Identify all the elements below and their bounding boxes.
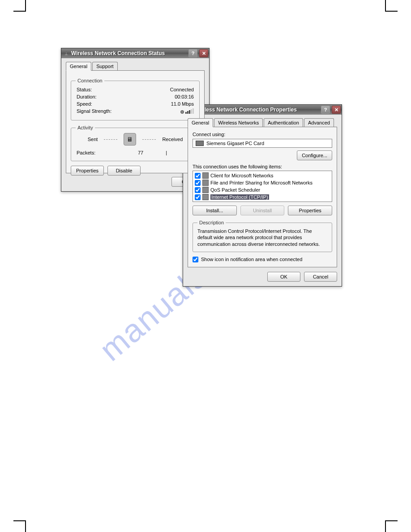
service-icon xyxy=(202,180,209,186)
list-item[interactable]: Client for Microsoft Networks xyxy=(195,172,330,179)
item-name: Internet Protocol (TCP/IP) xyxy=(210,194,269,200)
props-title: Wireless Network Connection Properties xyxy=(193,107,319,113)
speed-label: Speed: xyxy=(77,101,92,107)
crop-mark xyxy=(385,520,398,521)
list-item[interactable]: Internet Protocol (TCP/IP) xyxy=(195,193,330,201)
install-button[interactable]: Install... xyxy=(193,206,237,215)
list-item[interactable]: QoS Packet Scheduler xyxy=(195,186,330,193)
speed-value: 11.0 Mbps xyxy=(171,101,194,107)
status-value: Connected xyxy=(170,87,194,92)
service-icon xyxy=(202,187,209,193)
connection-legend: Connection xyxy=(76,78,104,83)
description-legend: Description xyxy=(197,220,226,225)
description-text: Transmission Control Protocol/Internet P… xyxy=(197,228,327,247)
activity-line xyxy=(104,139,117,140)
show-icon-label: Show icon in notification area when conn… xyxy=(201,257,302,262)
properties-window: ⊥ Wireless Network Connection Properties… xyxy=(183,104,342,287)
wireless-icon: ⟂ xyxy=(63,50,69,56)
item-name: File and Printer Sharing for Microsoft N… xyxy=(210,180,313,185)
help-button[interactable]: ? xyxy=(188,49,197,57)
item-checkbox[interactable] xyxy=(195,180,201,186)
ok-button[interactable]: OK xyxy=(267,272,300,282)
crop-mark xyxy=(25,0,26,12)
list-item[interactable]: File and Printer Sharing for Microsoft N… xyxy=(195,179,330,186)
status-titlebar[interactable]: ⟂ Wireless Network Connection Status ? ✕ xyxy=(61,48,209,58)
duration-value: 00:03:16 xyxy=(175,94,194,99)
duration-label: Duration: xyxy=(77,94,97,99)
crop-mark xyxy=(385,0,386,12)
crop-mark xyxy=(385,11,398,12)
item-checkbox[interactable] xyxy=(195,187,201,193)
item-name: Client for Microsoft Networks xyxy=(210,173,274,178)
activity-line xyxy=(142,139,156,140)
tab-advanced[interactable]: Advanced xyxy=(304,118,334,127)
crop-mark xyxy=(13,520,26,521)
crop-mark xyxy=(385,520,386,532)
status-title: Wireless Network Connection Status xyxy=(71,50,187,56)
crop-mark xyxy=(13,11,26,12)
description-group: Description Transmission Control Protoco… xyxy=(193,220,332,252)
close-button[interactable]: ✕ xyxy=(199,49,208,57)
uninstall-button: Uninstall xyxy=(240,206,285,215)
activity-group: Activity Sent 🖥 Received Packets: 77 | xyxy=(71,125,200,161)
item-checkbox[interactable] xyxy=(195,173,201,179)
signal-strength-icon xyxy=(180,108,194,115)
status-tabstrip: General Support xyxy=(66,62,205,71)
tab-general[interactable]: General xyxy=(188,118,213,127)
show-icon-checkbox[interactable] xyxy=(193,257,198,262)
tab-support[interactable]: Support xyxy=(92,62,118,70)
tab-general[interactable]: General xyxy=(66,62,91,71)
packets-label: Packets: xyxy=(77,150,95,155)
status-label: Status: xyxy=(77,87,92,92)
protocol-icon xyxy=(202,194,209,200)
close-button[interactable]: ✕ xyxy=(332,106,341,114)
properties-button[interactable]: Properties xyxy=(71,166,104,176)
disable-button[interactable]: Disable xyxy=(107,166,141,176)
received-label: Received xyxy=(162,137,183,142)
item-properties-button[interactable]: Properties xyxy=(288,206,332,215)
adapter-icon xyxy=(196,141,204,146)
components-listbox[interactable]: Client for Microsoft Networks File and P… xyxy=(193,171,332,202)
adapter-field: Siemens Gigaset PC Card xyxy=(193,139,332,148)
props-titlebar[interactable]: ⊥ Wireless Network Connection Properties… xyxy=(183,105,342,115)
client-icon xyxy=(202,172,209,179)
item-checkbox[interactable] xyxy=(195,194,201,200)
help-button[interactable]: ? xyxy=(321,106,330,114)
tab-authentication[interactable]: Authentication xyxy=(264,118,303,127)
connect-using-label: Connect using: xyxy=(193,132,332,137)
signal-label: Signal Strength: xyxy=(77,108,111,115)
packets-sent: 77 xyxy=(138,150,143,155)
activity-legend: Activity xyxy=(76,125,95,130)
configure-button[interactable]: Configure... xyxy=(297,150,332,160)
connection-group: Connection Status: Connected Duration: 0… xyxy=(71,78,200,120)
item-name: QoS Packet Scheduler xyxy=(210,187,260,193)
crop-mark xyxy=(25,520,26,532)
props-tabstrip: General Wireless Networks Authentication… xyxy=(188,118,337,127)
cancel-button[interactable]: Cancel xyxy=(304,272,337,282)
tab-wireless-networks[interactable]: Wireless Networks xyxy=(214,118,263,127)
items-label: This connection uses the following items… xyxy=(193,164,332,169)
adapter-name: Siemens Gigaset PC Card xyxy=(206,141,264,146)
sent-label: Sent xyxy=(88,137,98,142)
network-activity-icon: 🖥 xyxy=(124,133,136,146)
